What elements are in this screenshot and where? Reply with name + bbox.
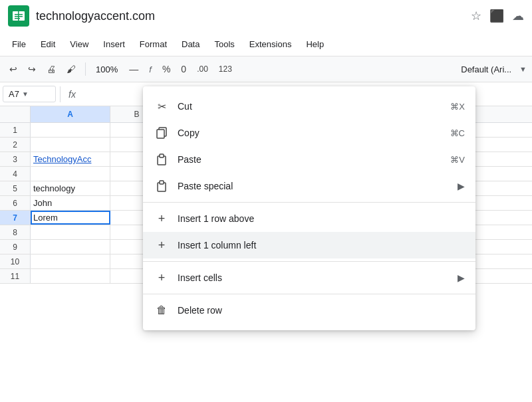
insert-cells-icon: +: [154, 270, 170, 286]
cloud-icon[interactable]: ☁: [512, 9, 524, 23]
row-num-1: 1: [0, 123, 31, 137]
paste-icon: [154, 151, 170, 167]
cell-a1[interactable]: [31, 123, 110, 137]
page-title: technologyaccent.com: [36, 9, 464, 23]
zoom-display[interactable]: 100%: [91, 62, 122, 76]
menu-insert[interactable]: Insert: [96, 37, 132, 52]
delete-row-icon: 🗑: [154, 302, 170, 318]
cell-a11[interactable]: [31, 269, 110, 283]
cell-reference-box[interactable]: A7 ▼: [3, 86, 56, 102]
paste-special-arrow: ▶: [458, 181, 465, 191]
row-num-2: 2: [0, 138, 31, 151]
row-num-9: 9: [0, 240, 31, 254]
paste-shortcut: ⌘V: [450, 155, 465, 165]
row-num-5: 5: [0, 181, 31, 195]
cell-a6[interactable]: John: [31, 196, 110, 210]
svg-rect-11: [160, 181, 164, 184]
row-num-4: 4: [0, 167, 31, 181]
context-menu-section-1: ✂ Cut ⌘X Copy ⌘C Paste ⌘V: [143, 90, 475, 203]
cut-icon: ✂: [154, 98, 170, 114]
insert-col-label: Insert 1 column left: [178, 240, 465, 251]
zero-button[interactable]: 0: [177, 61, 190, 77]
context-menu-section-3: + Insert cells ▶: [143, 262, 475, 294]
context-menu: ✂ Cut ⌘X Copy ⌘C Paste ⌘V: [143, 86, 475, 330]
formula-bar-separator: [60, 86, 61, 102]
copy-label: Copy: [178, 128, 434, 138]
copy-icon: [154, 125, 170, 141]
fx-icon[interactable]: f: [145, 62, 156, 77]
export-icon[interactable]: ⬛: [489, 9, 504, 23]
insert-row-icon: +: [154, 211, 170, 227]
font-selector[interactable]: Default (Ari...: [457, 63, 515, 76]
fx-label: fx: [65, 89, 80, 100]
context-menu-section-2: + Insert 1 row above + Insert 1 column l…: [143, 203, 475, 262]
title-bar: technologyaccent.com ☆ ⬛ ☁: [0, 0, 532, 32]
menu-tools[interactable]: Tools: [207, 37, 241, 52]
col-header-a[interactable]: A: [31, 106, 110, 122]
cell-a2[interactable]: [31, 138, 110, 151]
menu-help[interactable]: Help: [299, 37, 331, 52]
row-num-6: 6: [0, 196, 31, 210]
toolbar: ↩ ↪ 🖨 🖌 100% — f % 0 .00 123 Default (Ar…: [0, 56, 532, 82]
svg-rect-4: [15, 18, 20, 19]
context-menu-delete-row[interactable]: 🗑 Delete row: [143, 297, 475, 324]
cell-a9[interactable]: [31, 240, 110, 254]
row-num-10: 10: [0, 254, 31, 268]
row-num-7: 7: [0, 211, 31, 225]
svg-rect-7: [157, 130, 164, 138]
toolbar-right: Default (Ari... ▼: [457, 63, 527, 76]
context-menu-paste[interactable]: Paste ⌘V: [143, 146, 475, 173]
cell-ref-dropdown-icon[interactable]: ▼: [22, 90, 29, 98]
row-num-8: 8: [0, 225, 31, 239]
redo-button[interactable]: ↪: [24, 61, 40, 77]
percent-button[interactable]: %: [158, 61, 174, 77]
menu-file[interactable]: File: [5, 37, 33, 52]
cell-a4[interactable]: [31, 167, 110, 181]
title-icons: ☆ ⬛ ☁: [471, 9, 524, 23]
cell-a3[interactable]: TechnologyAcc: [31, 152, 110, 166]
context-menu-section-4: 🗑 Delete row: [143, 294, 475, 326]
format-button[interactable]: .00: [193, 62, 212, 76]
toolbar-separator: [85, 62, 86, 76]
menu-view[interactable]: View: [63, 37, 95, 52]
menu-bar: File Edit View Insert Format Data Tools …: [0, 32, 532, 56]
paste-label: Paste: [178, 154, 434, 165]
context-menu-paste-special[interactable]: Paste special ▶: [143, 173, 475, 199]
font-dropdown-icon[interactable]: ▼: [519, 65, 527, 73]
insert-cells-label: Insert cells: [178, 272, 458, 283]
svg-rect-9: [160, 154, 164, 157]
cell-a5[interactable]: technology: [31, 181, 110, 195]
insert-cells-arrow: ▶: [458, 272, 465, 283]
menu-extensions[interactable]: Extensions: [243, 37, 299, 52]
menu-data[interactable]: Data: [175, 37, 206, 52]
context-menu-insert-col[interactable]: + Insert 1 column left: [143, 232, 475, 258]
context-menu-insert-row[interactable]: + Insert 1 row above: [143, 205, 475, 232]
cell-a7[interactable]: Lorem: [31, 211, 110, 225]
zoom-minus[interactable]: —: [125, 61, 142, 77]
row-num-11: 11: [0, 269, 31, 283]
menu-format[interactable]: Format: [133, 37, 174, 52]
row-num-header: [0, 106, 31, 122]
cell-ref-value: A7: [9, 89, 19, 99]
paste-special-label: Paste special: [178, 181, 458, 191]
currency-button[interactable]: 123: [215, 62, 236, 76]
context-menu-insert-cells[interactable]: + Insert cells ▶: [143, 264, 475, 291]
sheets-logo: [8, 5, 29, 27]
star-icon[interactable]: ☆: [471, 9, 481, 23]
undo-button[interactable]: ↩: [5, 61, 21, 77]
menu-edit[interactable]: Edit: [34, 37, 62, 52]
cut-label: Cut: [178, 101, 434, 112]
svg-rect-5: [18, 11, 19, 21]
print-button[interactable]: 🖨: [43, 61, 60, 77]
cell-a8[interactable]: [31, 225, 110, 239]
insert-col-icon: +: [154, 237, 170, 253]
context-menu-cut[interactable]: ✂ Cut ⌘X: [143, 93, 475, 120]
cell-a10[interactable]: [31, 254, 110, 268]
cut-shortcut: ⌘X: [450, 102, 465, 112]
row-num-3: 3: [0, 152, 31, 166]
paint-format-button[interactable]: 🖌: [63, 61, 80, 77]
copy-shortcut: ⌘C: [450, 128, 465, 138]
insert-row-label: Insert 1 row above: [178, 213, 465, 224]
context-menu-copy[interactable]: Copy ⌘C: [143, 120, 475, 146]
delete-row-label: Delete row: [178, 305, 465, 316]
